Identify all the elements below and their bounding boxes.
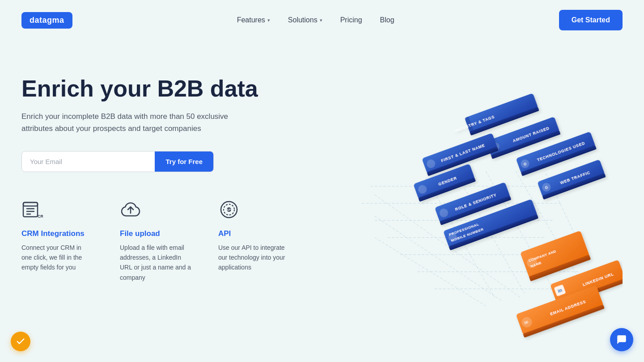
chevron-down-icon: ▾ <box>267 17 270 23</box>
nav-link-solutions[interactable]: Solutions ▾ <box>288 16 322 24</box>
hero-section: Enrich your B2B data Enrich your incompl… <box>0 40 644 353</box>
isometric-diagram: INDUSTRY & TAGS $ AMOUNT RAISED ⚙ TECHNO… <box>281 58 623 349</box>
navigation: datagma Features ▾ Solutions ▾ Pricing B… <box>0 0 644 40</box>
try-for-free-button[interactable]: Try for Free <box>155 152 213 172</box>
feature-crm-desc: Connect your CRM in one click, we fill i… <box>21 243 93 273</box>
hero-content: Enrich your B2B data Enrich your incompl… <box>21 58 290 282</box>
nav-link-pricing[interactable]: Pricing <box>340 16 362 24</box>
nav-item-pricing[interactable]: Pricing <box>340 16 362 24</box>
api-icon: API <box>218 199 290 222</box>
email-input[interactable] <box>22 152 155 172</box>
svg-text:CRM: CRM <box>38 214 43 219</box>
chat-icon <box>616 334 627 345</box>
features-row: CRM CRM Integrations Connect your CRM in… <box>21 199 290 283</box>
feature-upload-title: File upload <box>120 229 191 238</box>
nav-item-features[interactable]: Features ▾ <box>237 16 270 24</box>
chevron-down-icon: ▾ <box>320 17 322 23</box>
nav-link-features[interactable]: Features ▾ <box>237 16 270 24</box>
nav-item-blog[interactable]: Blog <box>380 16 394 24</box>
feature-upload: File upload Upload a file with email add… <box>120 199 191 283</box>
feature-upload-desc: Upload a file with email addresses, a Li… <box>120 243 191 283</box>
logo[interactable]: datagma <box>21 12 72 29</box>
feature-api: API API Use our API to integrate our tec… <box>218 199 290 283</box>
hero-subtitle: Enrich your incomplete B2B data with mor… <box>21 110 245 135</box>
nav-links: Features ▾ Solutions ▾ Pricing Blog <box>237 16 394 24</box>
feature-api-title: API <box>218 229 290 238</box>
nav-item-solutions[interactable]: Solutions ▾ <box>288 16 322 24</box>
chat-bubble[interactable] <box>610 328 633 351</box>
feedback-badge[interactable] <box>11 332 30 351</box>
feature-crm: CRM CRM Integrations Connect your CRM in… <box>21 199 93 283</box>
email-form: Try for Free <box>21 151 214 172</box>
hero-title: Enrich your B2B data <box>21 76 290 101</box>
hero-diagram: INDUSTRY & TAGS $ AMOUNT RAISED ⚙ TECHNO… <box>281 58 623 349</box>
feature-api-desc: Use our API to integrate our technology … <box>218 243 290 273</box>
nav-link-blog[interactable]: Blog <box>380 16 394 24</box>
crm-icon: CRM <box>21 199 93 222</box>
svg-rect-1 <box>23 202 38 206</box>
svg-text:API: API <box>226 208 232 212</box>
feature-crm-title: CRM Integrations <box>21 229 93 238</box>
upload-icon <box>120 199 191 222</box>
get-started-button[interactable]: Get Started <box>559 10 623 30</box>
checkmark-icon <box>16 337 25 346</box>
